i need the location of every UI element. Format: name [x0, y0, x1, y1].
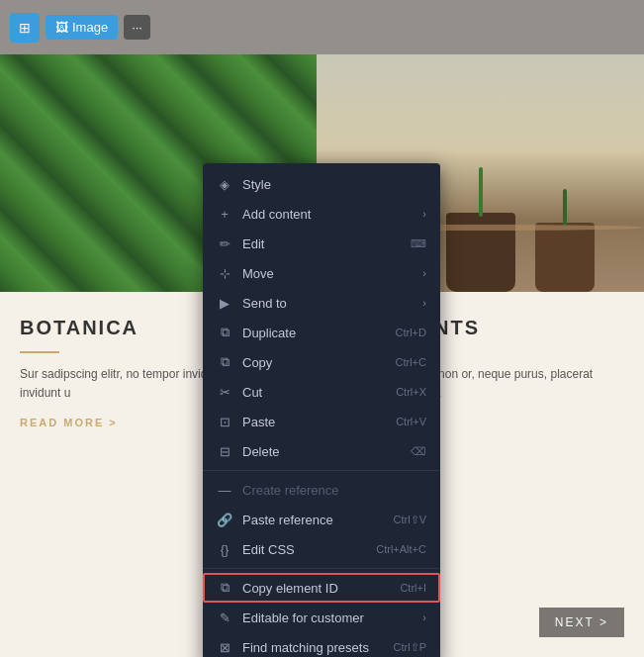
copy-label: Copy [242, 355, 272, 370]
find-presets-label: Find matching presets [242, 640, 369, 655]
paste-reference-icon: 🔗 [217, 512, 232, 527]
copy-element-id-shortcut: Ctrl+I [400, 582, 426, 594]
duplicate-shortcut: Ctrl+D [396, 327, 426, 338]
block-icon[interactable]: ⊞ [10, 13, 40, 43]
copy-shortcut: Ctrl+C [396, 356, 426, 368]
paste-reference-shortcut: Ctrl⇧V [394, 514, 426, 526]
duplicate-label: Duplicate [242, 326, 296, 340]
editable-customer-label: Editable for customer [242, 610, 364, 625]
paste-icon: ⊡ [217, 414, 232, 429]
copy-element-id-label: Copy element ID [242, 581, 338, 596]
delete-icon: ⊟ [217, 443, 232, 459]
move-label: Move [242, 266, 274, 281]
add-content-icon: + [217, 206, 232, 222]
page-background: ⊞ 🖼 Image ··· BOTANICA Sur sadipscing el… [0, 0, 644, 657]
style-icon: ◈ [217, 176, 232, 192]
menu-item-edit-css[interactable]: {}Edit CSSCtrl+Alt+C [203, 534, 440, 564]
menu-item-copy[interactable]: ⧉CopyCtrl+C [203, 347, 440, 377]
cut-shortcut: Ctrl+X [396, 386, 426, 398]
menu-item-edit[interactable]: ✏Edit⌨ [203, 229, 440, 258]
menu-item-find-presets[interactable]: ⊠Find matching presetsCtrl⇧P [203, 632, 440, 657]
menu-item-copy-element-id[interactable]: ⧉Copy element IDCtrl+I [203, 573, 440, 603]
paste-label: Paste [242, 415, 275, 429]
paste-shortcut: Ctrl+V [396, 416, 426, 427]
find-presets-shortcut: Ctrl⇧P [394, 641, 426, 654]
send-to-arrow: › [422, 297, 426, 309]
cut-label: Cut [242, 385, 262, 400]
menu-item-move[interactable]: ⊹Move› [203, 258, 440, 288]
edit-shortcut: ⌨ [411, 237, 426, 250]
duplicate-icon: ⧉ [217, 325, 232, 340]
style-label: Style [242, 177, 271, 192]
menu-item-style[interactable]: ◈Style [203, 169, 440, 199]
delete-label: Delete [242, 444, 280, 459]
edit-icon: ✏ [217, 235, 232, 251]
next-button[interactable]: NEXT > [539, 608, 624, 637]
create-reference-label: Create reference [242, 483, 339, 498]
menu-item-cut[interactable]: ✂CutCtrl+X [203, 377, 440, 407]
edit-label: Edit [242, 236, 264, 251]
editable-customer-icon: ✎ [217, 610, 232, 625]
add-content-arrow: › [422, 208, 426, 220]
menu-divider-1 [203, 470, 440, 471]
paste-reference-label: Paste reference [242, 513, 333, 527]
menu-item-send-to[interactable]: ▶Send to› [203, 288, 440, 318]
copy-element-id-icon: ⧉ [217, 580, 232, 596]
menu-item-paste[interactable]: ⊡PasteCtrl+V [203, 407, 440, 436]
menu-item-create-reference: —Create reference [203, 475, 440, 505]
edit-css-label: Edit CSS [242, 542, 295, 557]
menu-item-add-content[interactable]: +Add content› [203, 199, 440, 229]
create-reference-icon: — [217, 482, 232, 498]
image-icon: 🖼 [55, 20, 68, 35]
move-arrow: › [422, 267, 426, 279]
find-presets-icon: ⊠ [217, 639, 232, 655]
move-icon: ⊹ [217, 265, 232, 281]
menu-item-duplicate[interactable]: ⧉DuplicateCtrl+D [203, 318, 440, 347]
menu-item-editable-customer[interactable]: ✎Editable for customer› [203, 603, 440, 632]
context-menu: ◈Style+Add content›✏Edit⌨⊹Move›▶Send to›… [203, 163, 440, 657]
edit-css-icon: {} [217, 541, 232, 557]
menu-item-delete[interactable]: ⊟Delete⌫ [203, 436, 440, 466]
add-content-label: Add content [242, 207, 311, 222]
divider-left [20, 351, 59, 353]
send-to-icon: ▶ [217, 295, 232, 311]
send-to-label: Send to [242, 296, 287, 311]
top-toolbar: ⊞ 🖼 Image ··· [0, 0, 644, 54]
cut-icon: ✂ [217, 384, 232, 400]
copy-icon: ⧉ [217, 354, 232, 370]
editable-customer-arrow: › [422, 611, 426, 623]
menu-divider-2 [203, 568, 440, 569]
more-options-button[interactable]: ··· [124, 15, 150, 40]
image-button[interactable]: 🖼 Image [46, 15, 118, 40]
delete-shortcut: ⌫ [411, 445, 426, 458]
edit-css-shortcut: Ctrl+Alt+C [376, 543, 426, 555]
menu-item-paste-reference[interactable]: 🔗Paste referenceCtrl⇧V [203, 505, 440, 534]
